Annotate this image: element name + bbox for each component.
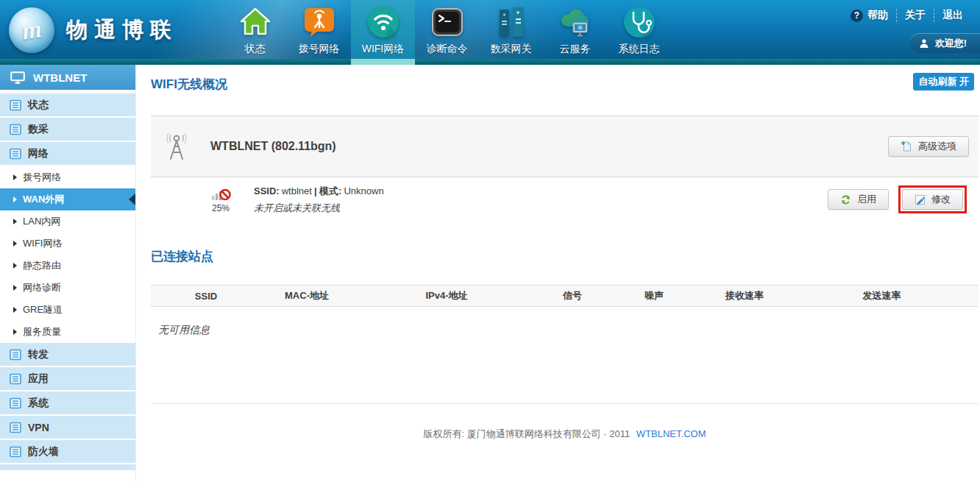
sidebar-item-label: LAN内网 <box>23 215 60 228</box>
sidebar-item-vpn[interactable]: VPN <box>0 416 135 440</box>
footer-divider <box>151 403 979 404</box>
about-link-label: 关于 <box>905 9 926 22</box>
ssid-info: SSID:wtblnet| 模式:Unknown 未开启或未关联无线 <box>254 185 386 215</box>
brand-globe-letter: m <box>20 15 43 45</box>
sidebar-subitem-lan[interactable]: LAN内网 <box>0 210 135 233</box>
list-icon <box>10 397 21 409</box>
wifi-network-title: WTBLNET (802.11bgn) <box>210 140 336 153</box>
sidebar-subitem-qos[interactable]: 服务质量 <box>0 321 135 343</box>
wifi-actions: 启用 修改 <box>828 185 967 213</box>
column-header-noise: 噪声 <box>604 289 704 302</box>
signal-percent: 25% <box>204 203 238 213</box>
help-link[interactable]: ? 帮助 <box>842 9 896 22</box>
wifi-section-body: 25% SSID:wtblnet| 模式:Unknown 未开启或未关联无线 <box>151 177 979 221</box>
brand-logo: m 物通博联 <box>9 7 178 53</box>
logout-link[interactable]: 退出 <box>934 9 971 22</box>
welcome-text: 欢迎您! <box>935 37 967 50</box>
nav-tab-label: 状态 <box>245 43 266 56</box>
stations-empty-text: 无可用信息 <box>158 324 979 337</box>
user-icon <box>919 38 929 49</box>
copyright-text: 版权所有: 厦门物通博联网络科技有限公司 · 2011 <box>424 428 631 439</box>
list-icon <box>10 373 21 385</box>
sidebar-item-label: 网络诊断 <box>23 281 61 294</box>
main-content: 自动刷新 开 WIFI无线概况 WTBLNET (802.11bgn) <box>137 65 980 482</box>
antenna-tower-icon <box>164 132 189 161</box>
advanced-options-button[interactable]: 高级选项 <box>888 136 969 157</box>
nav-tab-cloud-service[interactable]: 云服务 <box>543 0 607 65</box>
page-title: WIFI无线概况 <box>151 76 979 93</box>
main-nav: 状态 拨号网络 <box>223 0 671 65</box>
caret-right-icon <box>13 196 17 202</box>
sidebar-item-label: GRE隧道 <box>23 303 63 316</box>
sidebar-item-application[interactable]: 应用 <box>0 367 135 391</box>
caret-right-icon <box>13 285 17 291</box>
wifi-section-header: WTBLNET (802.11bgn) 高级选项 <box>151 116 979 177</box>
button-label: 修改 <box>931 193 951 206</box>
sidebar-item-network[interactable]: 网络 <box>0 142 135 166</box>
signal-indicator: 25% <box>204 186 238 213</box>
sidebar-subitem-static-route[interactable]: 静态路由 <box>0 255 135 277</box>
header-links: ? 帮助 关于 退出 <box>842 9 971 22</box>
sidebar-subitem-wifi[interactable]: WIFI网络 <box>0 233 135 255</box>
modify-button[interactable]: 修改 <box>902 189 963 210</box>
sidebar-subitem-wan[interactable]: WAN外网 <box>0 188 135 210</box>
nav-tab-status[interactable]: 状态 <box>223 0 287 65</box>
sidebar-item-label: 转发 <box>28 348 49 361</box>
sidebar-item-partial <box>0 464 135 470</box>
help-link-label: 帮助 <box>867 9 888 22</box>
nav-tab-dial-network[interactable]: 拨号网络 <box>287 0 351 65</box>
modify-button-highlight: 修改 <box>898 185 967 213</box>
auto-refresh-toggle[interactable]: 自动刷新 开 <box>913 73 974 91</box>
nav-active-strip <box>351 59 415 65</box>
sidebar-item-firewall[interactable]: 防火墙 <box>0 440 135 464</box>
nav-bottom-strip <box>0 59 980 65</box>
sidebar-item-label: 数采 <box>28 123 49 136</box>
cloud-icon <box>558 5 592 39</box>
top-header: m 物通博联 状态 拨号网络 <box>0 0 980 65</box>
wifi-overview-section: WTBLNET (802.11bgn) 高级选项 <box>151 116 979 221</box>
sidebar-item-label: 服务质量 <box>23 325 61 339</box>
sidebar-item-system[interactable]: 系统 <box>0 391 135 416</box>
footer-link[interactable]: WTBLNET.COM <box>636 428 706 439</box>
ssid-line: SSID:wtblnet| 模式:Unknown <box>254 185 386 198</box>
nav-tab-data-gateway[interactable]: 数采网关 <box>479 0 543 65</box>
list-icon <box>10 99 21 111</box>
column-header-rx-rate: 接收速率 <box>704 289 785 302</box>
ssid-value: wtblnet <box>282 185 312 196</box>
sidebar-item-status[interactable]: 状态 <box>0 93 135 118</box>
caret-right-icon <box>13 307 17 313</box>
sidebar-item-label: WAN外网 <box>23 193 64 206</box>
nav-tab-diagnostic-command[interactable]: 诊断命令 <box>415 0 479 65</box>
column-header-signal: 信号 <box>541 289 604 302</box>
ssid-label: SSID: <box>254 185 280 196</box>
sidebar-item-label: WIFI网络 <box>23 237 62 250</box>
nav-tab-label: 数采网关 <box>491 43 532 56</box>
signal-disabled-icon <box>204 186 238 202</box>
sidebar-item-data-collection[interactable]: 数采 <box>0 118 135 142</box>
refresh-icon <box>840 194 851 205</box>
nav-tab-label: 诊断命令 <box>427 43 468 56</box>
sidebar-item-label: 防火墙 <box>28 445 59 458</box>
add-page-icon <box>901 141 912 152</box>
enable-button[interactable]: 启用 <box>828 189 889 210</box>
list-icon <box>10 148 21 160</box>
sidebar-item-forwarding[interactable]: 转发 <box>0 343 135 367</box>
server-icon <box>494 5 528 39</box>
sidebar-subitem-dial-network[interactable]: 拨号网络 <box>0 166 135 188</box>
nav-tab-system-log[interactable]: 系统日志 <box>607 0 671 65</box>
sidebar: WTBLNET 状态 数采 网络 拨号网络 WAN外网 LAN内网 WIF <box>0 65 136 482</box>
sidebar-item-label: 静态路由 <box>23 259 61 272</box>
sidebar-subitem-gre-tunnel[interactable]: GRE隧道 <box>0 299 135 321</box>
nav-tab-wifi-network[interactable]: WIFI网络 <box>351 0 415 65</box>
home-icon <box>238 5 272 39</box>
welcome-pill[interactable]: 欢迎您! <box>909 33 980 53</box>
sidebar-item-label: 应用 <box>28 372 49 386</box>
about-link[interactable]: 关于 <box>896 9 934 22</box>
list-icon <box>10 124 21 135</box>
column-header-mac: MAC-地址 <box>261 289 352 302</box>
caret-right-icon <box>13 174 17 180</box>
sidebar-subitem-network-diagnosis[interactable]: 网络诊断 <box>0 277 135 299</box>
sidebar-item-label: VPN <box>28 422 49 433</box>
logout-link-label: 退出 <box>942 9 963 22</box>
sidebar-device-header[interactable]: WTBLNET <box>0 65 135 90</box>
